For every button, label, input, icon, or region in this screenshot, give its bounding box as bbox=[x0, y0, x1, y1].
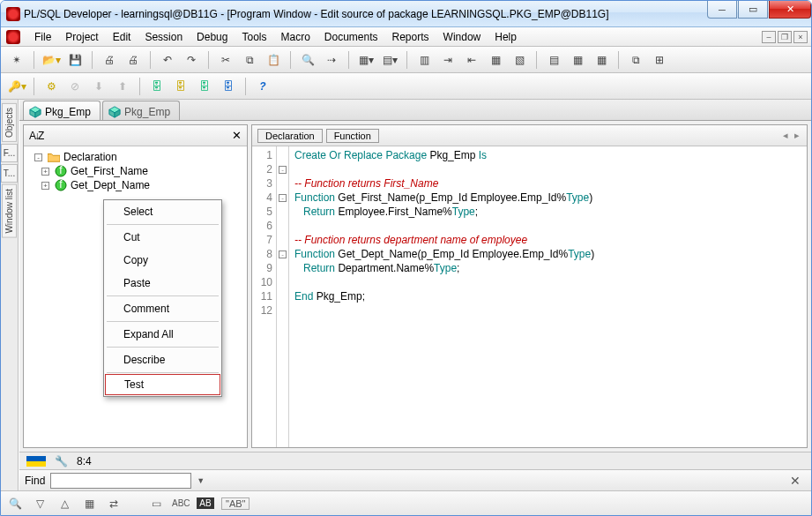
find-toolbar: 🔍 ▽ △ ▦ ⇄ ▭ ABC AB "AB" bbox=[1, 490, 811, 515]
recall-icon[interactable]: ▦ bbox=[591, 49, 612, 71]
find-input[interactable] bbox=[50, 473, 191, 489]
doc-tab-1[interactable]: Pkg_Emp bbox=[102, 101, 180, 120]
scope-icon[interactable]: ▭ bbox=[147, 497, 165, 510]
mdi-close-button[interactable]: × bbox=[793, 31, 808, 43]
menu-bar: FileProjectEditSessionDebugToolsMacroDoc… bbox=[1, 27, 811, 47]
app-icon bbox=[6, 7, 20, 21]
menu-window[interactable]: Window bbox=[436, 29, 488, 45]
ctx-paste[interactable]: Paste bbox=[104, 272, 221, 295]
close-button[interactable]: ✕ bbox=[769, 1, 811, 19]
find-next-icon[interactable]: ⇢ bbox=[321, 49, 342, 71]
print-setup-icon[interactable]: 🖨 bbox=[123, 49, 144, 71]
redo-icon[interactable]: ↷ bbox=[181, 49, 202, 71]
menu-documents[interactable]: Documents bbox=[317, 29, 385, 45]
vtab-f-[interactable]: F... bbox=[1, 144, 18, 162]
tile-icon[interactable]: ⊞ bbox=[649, 49, 670, 71]
sort-icon[interactable]: A↓Z bbox=[29, 130, 42, 142]
menu-macro[interactable]: Macro bbox=[273, 29, 317, 45]
db2-icon[interactable]: 🗄 bbox=[170, 76, 191, 97]
ctx-describe[interactable]: Describe bbox=[104, 348, 221, 371]
key-icon[interactable]: 🔑▾ bbox=[6, 76, 27, 97]
find-close-icon[interactable]: ✕ bbox=[790, 474, 806, 488]
window-title: PL/SQL Developer - learningsql@DB11G - [… bbox=[24, 8, 609, 20]
toolbar-debug: 🔑▾ ⚙ ⊘ ⬇ ⬆ 🗄 🗄 🗄 🗄 ? bbox=[1, 73, 811, 100]
db4-icon[interactable]: 🗄 bbox=[218, 76, 239, 97]
toolbar-main: ✴ 📂▾ 💾 🖨 🖨 ↶ ↷ ✂ ⧉ 📋 🔍 ⇢ ▦▾ ▤▾ ▥ ⇥ ⇤ ▦ ▧… bbox=[1, 47, 811, 73]
vtab-t-[interactable]: T... bbox=[1, 164, 18, 183]
abc-icon[interactable]: ABC bbox=[172, 498, 190, 508]
mdi-restore-button[interactable]: ❐ bbox=[778, 31, 792, 43]
explain-icon[interactable]: ▥ bbox=[413, 49, 435, 71]
uncomment-icon[interactable]: ▧ bbox=[509, 49, 530, 71]
prev-icon[interactable]: ▽ bbox=[31, 497, 48, 510]
beautify-icon[interactable]: ▤▾ bbox=[379, 49, 400, 71]
menu-tools[interactable]: Tools bbox=[235, 29, 273, 45]
tree-root[interactable]: -Declaration bbox=[24, 150, 247, 164]
vtab-window-list[interactable]: Window list bbox=[2, 184, 17, 238]
template-icon[interactable]: ▤ bbox=[543, 49, 564, 71]
window-list-icon[interactable]: ▦ bbox=[567, 49, 588, 71]
menu-edit[interactable]: Edit bbox=[106, 29, 138, 45]
menu-file[interactable]: File bbox=[27, 29, 58, 45]
print-icon[interactable]: 🖨 bbox=[99, 49, 120, 71]
minitab-function[interactable]: Function bbox=[326, 129, 379, 143]
help-icon[interactable]: ? bbox=[252, 76, 273, 97]
doc-tab-0[interactable]: Pkg_Emp bbox=[23, 101, 101, 120]
menu-reports[interactable]: Reports bbox=[385, 29, 436, 45]
outdent-icon[interactable]: ⇤ bbox=[461, 49, 482, 71]
execute-icon[interactable]: ⚙ bbox=[41, 76, 62, 97]
ctx-copy[interactable]: Copy bbox=[104, 249, 221, 272]
ctx-select[interactable]: Select bbox=[104, 200, 221, 223]
main-area: ObjectsF...T...Window list Pkg_EmpPkg_Em… bbox=[1, 100, 811, 490]
find-icon[interactable]: 🔍 bbox=[297, 49, 318, 71]
undo-icon[interactable]: ↶ bbox=[157, 49, 178, 71]
menu-project[interactable]: Project bbox=[58, 29, 105, 45]
find-dropdown-icon[interactable]: ▼ bbox=[197, 476, 205, 485]
minimize-button[interactable]: ─ bbox=[707, 1, 737, 19]
close-tree-icon[interactable]: ✕ bbox=[232, 129, 242, 142]
next-icon[interactable]: △ bbox=[56, 497, 73, 510]
paste-icon[interactable]: 📋 bbox=[263, 49, 284, 71]
menu-session[interactable]: Session bbox=[138, 29, 190, 45]
rollback-icon[interactable]: ⬆ bbox=[112, 76, 133, 97]
save-icon[interactable]: 💾 bbox=[64, 49, 86, 71]
tree-item-get_dept_name[interactable]: +fGet_Dept_Name bbox=[24, 178, 247, 192]
ctx-comment[interactable]: Comment bbox=[104, 297, 221, 320]
find-label: Find bbox=[25, 475, 45, 487]
maximize-button[interactable]: ▭ bbox=[738, 1, 768, 19]
cascade-icon[interactable]: ⧉ bbox=[625, 49, 646, 71]
highlight-icon[interactable]: ▦ bbox=[80, 497, 98, 510]
status-bar: 🔧 8:4 bbox=[19, 452, 811, 469]
commit-icon[interactable]: ⬇ bbox=[88, 76, 109, 97]
minitab-declaration[interactable]: Declaration bbox=[257, 129, 323, 143]
compile-icon[interactable]: ▦▾ bbox=[355, 49, 376, 71]
indent-icon[interactable]: ⇥ bbox=[437, 49, 458, 71]
break-icon[interactable]: ⊘ bbox=[64, 76, 86, 97]
mdi-minimize-button[interactable]: – bbox=[762, 31, 776, 43]
db-icon bbox=[6, 30, 20, 44]
abc2-icon[interactable]: AB bbox=[197, 497, 214, 509]
vtab-objects[interactable]: Objects bbox=[2, 103, 17, 142]
window-frame: PL/SQL Developer - learningsql@DB11G - [… bbox=[0, 0, 812, 516]
menu-help[interactable]: Help bbox=[488, 29, 524, 45]
cut-icon[interactable]: ✂ bbox=[215, 49, 236, 71]
find-bar: Find ▼ ✕ bbox=[19, 469, 811, 490]
tree-item-get_first_name[interactable]: +fGet_First_Name bbox=[24, 164, 247, 178]
comment-icon[interactable]: ▦ bbox=[485, 49, 506, 71]
nav-arrows[interactable]: ◂ ▸ bbox=[783, 130, 801, 141]
binoculars-icon[interactable]: 🔍 bbox=[6, 497, 24, 510]
code-editor[interactable]: 123456789101112 - - - Create Or Replace … bbox=[252, 146, 807, 447]
ctx-cut[interactable]: Cut bbox=[104, 226, 221, 249]
db1-icon[interactable]: 🗄 bbox=[146, 76, 168, 97]
new-icon[interactable]: ✴ bbox=[6, 49, 27, 71]
cursor-position: 8:4 bbox=[77, 455, 92, 467]
title-bar[interactable]: PL/SQL Developer - learningsql@DB11G - [… bbox=[1, 1, 811, 27]
ctx-expand-all[interactable]: Expand All bbox=[104, 323, 221, 346]
replace-icon[interactable]: ⇄ bbox=[105, 497, 123, 510]
ctx-test[interactable]: Test bbox=[105, 374, 220, 395]
copy-icon[interactable]: ⧉ bbox=[239, 49, 260, 71]
regex-box[interactable]: "AB" bbox=[221, 497, 250, 510]
menu-debug[interactable]: Debug bbox=[190, 29, 235, 45]
db3-icon[interactable]: 🗄 bbox=[194, 76, 215, 97]
open-icon[interactable]: 📂▾ bbox=[41, 49, 62, 71]
